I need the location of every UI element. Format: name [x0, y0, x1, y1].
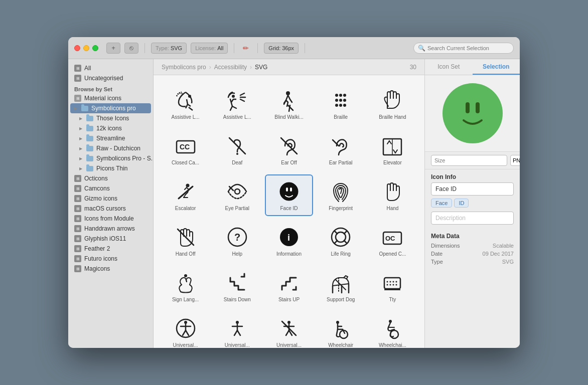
sidebar-item-label: Octicons — [84, 175, 108, 182]
sidebar-item-label: 12k icons — [96, 125, 122, 132]
sidebar-item-picons-thin[interactable]: ▶ Picons Thin — [68, 163, 153, 173]
sidebar-item-those-icons[interactable]: ▶ Those Icons — [68, 113, 153, 123]
icon-cell-sign-lang[interactable]: Sign Lang... — [162, 266, 209, 307]
tab-selection[interactable]: Selection — [473, 59, 520, 75]
sign-lang-icon — [174, 271, 198, 295]
sidebar-item-magicons[interactable]: ⊞ Magicons — [68, 264, 153, 274]
icon-cell-ear-off[interactable]: Ear Off — [265, 129, 313, 170]
sidebar-item-label: Handdrawn arrows — [84, 225, 135, 232]
folder-icon — [81, 106, 88, 111]
export-button[interactable]: ⎋ — [124, 43, 138, 54]
sidebar-item-symbolicons-pro[interactable]: ▶ Symbolicons pro — [70, 103, 151, 113]
svg-rect-70 — [466, 102, 470, 113]
titlebar: + ⎋ Type: SVG License: All ✏ Grid: 36px … — [68, 37, 520, 59]
icon-cell-information[interactable]: i Information — [265, 220, 313, 262]
sidebar-item-macos-cursors[interactable]: ⊞ macOS cursors — [68, 204, 153, 214]
icon-name-field[interactable]: Face ID — [431, 182, 514, 196]
icon-label: Universal... — [276, 342, 302, 348]
icon-cell-universal-2[interactable]: Universal... — [213, 311, 261, 348]
sidebar-item-camcons[interactable]: ⊞ Camcons — [68, 183, 153, 194]
icon-cell-fingerprint[interactable]: Fingerprint — [317, 174, 365, 216]
format-select[interactable]: PNG ⇅ — [510, 155, 520, 166]
license-filter[interactable]: License: All — [191, 43, 228, 54]
app-window: + ⎋ Type: SVG License: All ✏ Grid: 36px … — [68, 37, 520, 348]
grid-icon: ⊞ — [74, 245, 81, 252]
icon-cell-stairs-up[interactable]: Stairs UP — [265, 266, 313, 307]
icon-label: Blind Walki... — [274, 114, 303, 120]
icon-cell-elevator[interactable]: Elevator — [369, 129, 416, 170]
icon-cell-closed-ca[interactable]: CC Closed Ca... — [162, 129, 209, 170]
icon-cell-help[interactable]: ? Help — [213, 220, 261, 262]
support-dog-icon — [329, 271, 353, 295]
sidebar-item-handdrawn-arrows[interactable]: ⊞ Handdrawn arrows — [68, 224, 153, 234]
sidebar-item-glyphish[interactable]: ⊞ Glyphish iOS11 — [68, 234, 153, 244]
preview-circle — [443, 83, 503, 143]
breadcrumb-symbolicons[interactable]: Symbolicons pro — [162, 64, 206, 71]
icon-cell-braille[interactable]: Braille — [317, 83, 365, 125]
svg-point-13 — [339, 104, 342, 107]
minimize-button[interactable] — [83, 45, 89, 51]
sidebar: ⊞ All ⊞ Uncategorised Browse by Set ⊞ Ma… — [68, 59, 154, 348]
type-filter[interactable]: Type: SVG — [151, 43, 187, 54]
icon-cell-stairs-down[interactable]: Stairs Down — [213, 266, 261, 307]
icon-label: Assistive L... — [172, 114, 200, 120]
icon-cell-wheelchair-2[interactable]: Wheelchai... — [369, 311, 416, 348]
icon-cell-braille-hand[interactable]: Braille Hand — [369, 83, 416, 125]
breadcrumb-accessibility[interactable]: Accessibility — [214, 64, 247, 71]
tag-face[interactable]: Face — [431, 199, 452, 208]
icon-cell-opened-c[interactable]: OC Opened C... — [369, 220, 416, 262]
pencil-icon[interactable]: ✏ — [240, 43, 251, 54]
search-bar[interactable]: 🔍 — [413, 43, 514, 54]
icon-cell-universal-1[interactable]: Universal... — [162, 311, 209, 348]
add-button[interactable]: + — [106, 43, 120, 54]
svg-point-44 — [184, 274, 187, 277]
icon-cell-universal-3[interactable]: Universal... — [265, 311, 313, 348]
format-value: PNG — [513, 157, 520, 163]
grid-filter[interactable]: Grid: 36px — [264, 43, 299, 54]
icon-label: Hand Off — [176, 251, 196, 257]
icon-cell-tty[interactable]: Tty — [369, 266, 416, 307]
sidebar-item-futuro[interactable]: ⊞ Futuro icons — [68, 254, 153, 264]
sidebar-item-octicons[interactable]: ⊞ Octicons — [68, 173, 153, 183]
icon-cell-hand[interactable]: Hand — [369, 174, 416, 216]
close-button[interactable] — [74, 45, 80, 51]
icon-cell-hand-off[interactable]: Hand Off — [162, 220, 209, 262]
sidebar-item-12k[interactable]: ▶ 12k icons — [68, 123, 153, 133]
tab-icon-set[interactable]: Icon Set — [425, 59, 473, 75]
sidebar-item-label: Symbolicons Pro - S... — [96, 155, 154, 162]
face-id-icon — [277, 179, 301, 204]
icon-cell-wheelchair[interactable]: Wheelchair — [317, 311, 365, 348]
icon-cell-deaf[interactable]: Deaf — [213, 129, 261, 170]
icon-cell-assistive-2[interactable]: Assistive L... — [213, 83, 261, 125]
icon-cell-eye-partial[interactable]: Eye Partial — [213, 174, 261, 216]
description-field[interactable]: Description — [431, 212, 514, 225]
grid-icon: ⊞ — [74, 175, 81, 182]
icon-cell-face-id[interactable]: Face ID — [265, 174, 313, 216]
sidebar-item-all[interactable]: ⊞ All — [68, 63, 153, 73]
icon-cell-life-ring[interactable]: Life Ring — [317, 220, 365, 262]
size-input[interactable] — [431, 155, 507, 166]
sidebar-item-icons-from-module[interactable]: ⊞ Icons from Module — [68, 214, 153, 224]
icon-cell-assistive-1[interactable]: Assistive L... — [162, 83, 209, 125]
tag-id[interactable]: ID — [454, 199, 469, 208]
icon-cell-ear-partial[interactable]: Ear Partial — [317, 129, 365, 170]
icon-cell-support-dog[interactable]: Support Dog — [317, 266, 365, 307]
svg-line-38 — [334, 231, 338, 234]
icon-cell-escalator[interactable]: Escalator — [162, 174, 209, 216]
sidebar-item-gizmo[interactable]: ⊞ Gizmo icons — [68, 194, 153, 204]
sidebar-item-material[interactable]: ⊞ Material icons — [68, 93, 153, 103]
sidebar-item-uncategorised[interactable]: ⊞ Uncategorised — [68, 73, 153, 83]
search-input[interactable] — [427, 45, 509, 51]
sidebar-item-raw-dutchicon[interactable]: ▶ Raw - Dutchicon — [68, 143, 153, 153]
icon-cell-blind-walking[interactable]: Blind Walki... — [265, 83, 313, 125]
breadcrumb-sep-2: › — [250, 64, 252, 71]
svg-text:?: ? — [234, 232, 240, 243]
sidebar-item-streamline[interactable]: ▶ Streamline — [68, 133, 153, 143]
sidebar-item-feather-2[interactable]: ⊞ Feather 2 — [68, 244, 153, 254]
help-icon: ? — [225, 225, 249, 249]
sidebar-item-label: Raw - Dutchicon — [96, 145, 140, 152]
icon-label: Escalator — [175, 206, 196, 211]
sidebar-item-symbolicons-pro-s[interactable]: ▶ Symbolicons Pro - S... — [68, 153, 153, 163]
meta-key-date: Date — [431, 251, 443, 257]
maximize-button[interactable] — [92, 45, 98, 51]
